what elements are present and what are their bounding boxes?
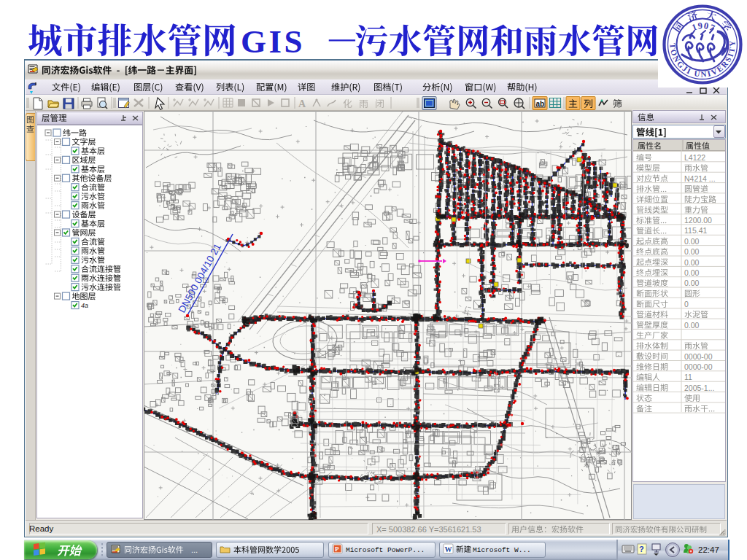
- svg-text:22:47: 22:47: [698, 545, 719, 554]
- svg-text:2005-1...: 2005-1...: [684, 384, 714, 392]
- svg-text:0.00: 0.00: [684, 247, 700, 256]
- svg-text:Microsoft PowerP...: Microsoft PowerP...: [346, 546, 425, 554]
- svg-text:W: W: [445, 545, 452, 553]
- svg-text:?: ?: [639, 545, 644, 553]
- svg-text:0: 0: [684, 300, 689, 308]
- svg-text:0000-00: 0000-00: [684, 362, 713, 371]
- svg-text:0.00: 0.00: [684, 268, 700, 277]
- svg-text:ab: ab: [536, 100, 545, 108]
- svg-text:0.00: 0.00: [684, 279, 700, 287]
- svg-text:0.00: 0.00: [684, 237, 700, 246]
- svg-text:11: 11: [684, 373, 692, 381]
- svg-text:N4214 ...: N4214 ...: [684, 174, 716, 183]
- svg-text:Ready: Ready: [29, 524, 53, 533]
- svg-text:P: P: [335, 545, 339, 553]
- svg-text:L4122: L4122: [684, 153, 705, 162]
- svg-text:115.41: 115.41: [684, 226, 707, 235]
- svg-text:X= 500382.66 Y=3561621.53: X= 500382.66 Y=3561621.53: [376, 525, 481, 534]
- svg-text:0000-00: 0000-00: [684, 352, 713, 361]
- svg-text:1200.00: 1200.00: [684, 216, 712, 225]
- svg-text:GIS: GIS: [241, 23, 305, 60]
- svg-text:0.00: 0.00: [684, 258, 700, 267]
- svg-text:0.00: 0.00: [684, 321, 700, 330]
- svg-text:4a: 4a: [81, 302, 88, 309]
- svg-text:Microsoft W...: Microsoft W...: [473, 546, 531, 554]
- svg-text:...: ...: [191, 545, 198, 554]
- svg-text:A: A: [298, 98, 306, 109]
